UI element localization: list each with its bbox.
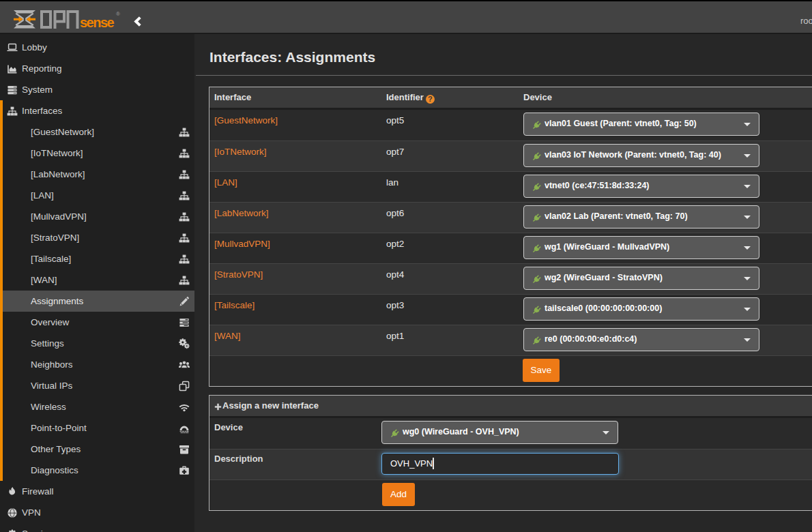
svg-text:®: ® bbox=[116, 11, 120, 17]
svg-text:sense: sense bbox=[80, 15, 115, 29]
